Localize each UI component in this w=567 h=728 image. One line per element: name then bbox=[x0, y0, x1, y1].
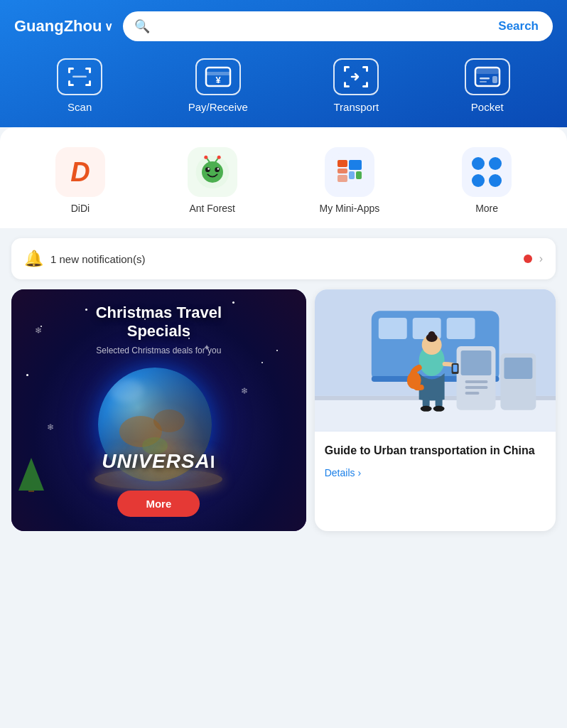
svg-rect-37 bbox=[338, 168, 347, 173]
snowflake-2: ❄ bbox=[241, 386, 248, 396]
shortcut-miniapps-label: My Mini-Apps bbox=[319, 203, 379, 214]
svg-rect-23 bbox=[480, 81, 487, 82]
transport-illustration bbox=[315, 289, 556, 432]
antforest-icon bbox=[188, 147, 237, 197]
quick-actions: Scan ¥ Pay/Receive bbox=[14, 58, 553, 113]
card-christmas-subtitle: Selected Christmas deals for you bbox=[23, 346, 295, 355]
svg-rect-38 bbox=[349, 160, 362, 170]
more-dot-4 bbox=[489, 174, 502, 187]
svg-rect-15 bbox=[366, 66, 368, 72]
shortcut-didi[interactable]: D DiDi bbox=[55, 147, 105, 214]
svg-rect-56 bbox=[460, 350, 491, 375]
svg-rect-21 bbox=[475, 68, 500, 74]
action-pocket[interactable]: Pocket bbox=[465, 58, 510, 113]
scan-icon bbox=[57, 58, 102, 95]
svg-rect-17 bbox=[344, 82, 346, 87]
action-pay-receive[interactable]: ¥ Pay/Receive bbox=[188, 58, 248, 113]
notification-dot bbox=[524, 255, 532, 263]
svg-point-27 bbox=[205, 167, 210, 172]
more-dot-3 bbox=[472, 174, 485, 187]
card-right-details-link[interactable]: Details › bbox=[325, 467, 546, 478]
shortcut-antforest[interactable]: Ant Forest bbox=[188, 147, 237, 214]
svg-rect-36 bbox=[338, 160, 347, 167]
svg-rect-5 bbox=[68, 80, 70, 86]
card-left-content: Christmas TravelSpecials Selected Christ… bbox=[11, 289, 306, 355]
card-right-body: Guide to Urban transportation in China D… bbox=[315, 432, 556, 531]
card-christmas-title: Christmas TravelSpecials bbox=[23, 304, 295, 341]
card-right-image bbox=[315, 289, 556, 432]
svg-point-65 bbox=[428, 331, 435, 338]
search-bar[interactable]: 🔍 Search bbox=[123, 11, 553, 41]
action-pay-label: Pay/Receive bbox=[188, 101, 248, 113]
notification-text: 1 new notification(s) bbox=[50, 253, 517, 265]
svg-point-26 bbox=[202, 161, 223, 183]
shortcuts-section: D DiDi bbox=[0, 127, 567, 228]
details-chevron-icon: › bbox=[358, 467, 362, 478]
svg-rect-24 bbox=[492, 76, 497, 83]
more-icon bbox=[462, 147, 512, 197]
notification-bar[interactable]: 🔔 1 new notification(s) › bbox=[11, 238, 556, 279]
snowflake-3: ❄ bbox=[47, 422, 54, 432]
svg-point-68 bbox=[406, 372, 421, 389]
svg-rect-46 bbox=[28, 491, 34, 492]
more-dot-1 bbox=[472, 157, 485, 170]
svg-rect-3 bbox=[89, 68, 91, 73]
shortcut-more[interactable]: More bbox=[462, 147, 512, 214]
svg-rect-67 bbox=[453, 365, 457, 372]
didi-icon: D bbox=[55, 147, 105, 197]
svg-rect-19 bbox=[366, 82, 368, 87]
svg-point-28 bbox=[215, 167, 220, 172]
card-right-details-label: Details bbox=[325, 467, 355, 478]
search-button[interactable]: Search bbox=[495, 19, 541, 33]
svg-rect-41 bbox=[356, 171, 362, 179]
svg-rect-51 bbox=[446, 318, 475, 339]
chevron-down-icon: ∨ bbox=[104, 20, 113, 33]
pay-receive-icon: ¥ bbox=[195, 58, 241, 95]
action-transport[interactable]: Transport bbox=[333, 58, 379, 113]
header: GuangZhou ∨ 🔍 Search bbox=[0, 0, 567, 127]
svg-rect-58 bbox=[465, 386, 487, 389]
svg-rect-57 bbox=[465, 380, 487, 383]
cards-section: ❄ ❄ ❄ ✦ Christmas TravelSpecials Selecte… bbox=[0, 289, 567, 531]
city-name: GuangZhou bbox=[14, 17, 102, 36]
shortcut-antforest-label: Ant Forest bbox=[189, 203, 235, 214]
svg-point-30 bbox=[217, 168, 219, 170]
svg-point-34 bbox=[217, 156, 220, 159]
svg-rect-1 bbox=[68, 68, 70, 73]
svg-point-32 bbox=[204, 156, 207, 159]
universal-text: UNIVERSAI bbox=[11, 450, 306, 473]
svg-rect-8 bbox=[72, 76, 87, 78]
action-pocket-label: Pocket bbox=[471, 101, 504, 113]
svg-rect-39 bbox=[349, 171, 355, 179]
svg-rect-61 bbox=[504, 358, 532, 379]
shortcut-didi-label: DiDi bbox=[71, 203, 90, 214]
svg-point-72 bbox=[433, 406, 444, 412]
svg-rect-49 bbox=[379, 318, 407, 339]
bell-icon: 🔔 bbox=[24, 250, 43, 268]
action-scan[interactable]: Scan bbox=[57, 58, 102, 113]
card-transport-guide[interactable]: Guide to Urban transportation in China D… bbox=[315, 289, 556, 531]
svg-rect-40 bbox=[338, 175, 347, 182]
action-scan-label: Scan bbox=[68, 101, 92, 113]
action-transport-label: Transport bbox=[333, 101, 379, 113]
svg-rect-7 bbox=[89, 80, 91, 86]
miniapps-icon bbox=[325, 147, 374, 197]
card-more-button[interactable]: More bbox=[117, 491, 200, 517]
svg-text:¥: ¥ bbox=[215, 75, 221, 85]
svg-rect-22 bbox=[480, 77, 490, 80]
shortcut-miniapps[interactable]: My Mini-Apps bbox=[319, 147, 379, 214]
search-icon: 🔍 bbox=[134, 18, 150, 34]
shortcuts-row: D DiDi bbox=[14, 147, 553, 214]
shortcut-more-label: More bbox=[475, 203, 498, 214]
card-christmas[interactable]: ❄ ❄ ❄ ✦ Christmas TravelSpecials Selecte… bbox=[11, 289, 306, 531]
notification-chevron-icon: › bbox=[539, 252, 543, 265]
svg-point-71 bbox=[420, 406, 431, 412]
header-top: GuangZhou ∨ 🔍 Search bbox=[14, 11, 553, 41]
pocket-icon bbox=[465, 58, 510, 95]
more-dot-2 bbox=[489, 157, 502, 170]
svg-rect-13 bbox=[344, 66, 346, 72]
card-right-title: Guide to Urban transportation in China bbox=[325, 443, 546, 459]
city-selector[interactable]: GuangZhou ∨ bbox=[14, 17, 113, 36]
transport-icon bbox=[333, 58, 379, 95]
search-input[interactable] bbox=[156, 21, 490, 33]
